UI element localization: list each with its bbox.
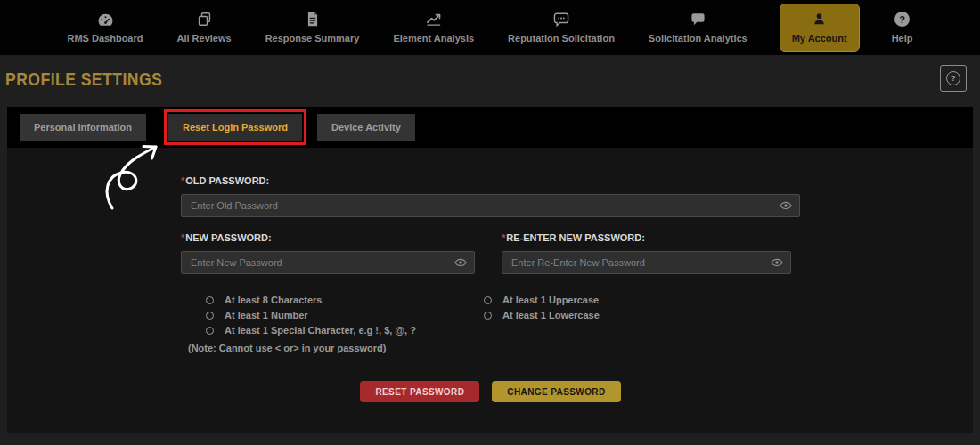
requirement-item: At least 1 Uppercase bbox=[484, 295, 600, 305]
annotation-arrow bbox=[100, 141, 176, 214]
new-password-label: *NEW PASSWORD: bbox=[181, 232, 475, 244]
copy-icon bbox=[197, 12, 212, 27]
help-icon: ? bbox=[894, 12, 910, 27]
chat-icon bbox=[690, 12, 706, 27]
old-password-label: *OLD PASSWORD: bbox=[181, 175, 800, 187]
nav-item-all-reviews[interactable]: All Reviews bbox=[175, 4, 233, 51]
gauge-icon bbox=[97, 12, 114, 27]
line-chart-icon bbox=[426, 12, 442, 27]
change-password-button[interactable]: CHANGE PASSWORD bbox=[492, 381, 620, 402]
reenter-password-field-wrap bbox=[502, 251, 791, 274]
nav-label: My Account bbox=[792, 33, 847, 44]
top-navbar: RMS Dashboard All Reviews Response Summa… bbox=[0, 0, 980, 55]
eye-icon[interactable] bbox=[454, 258, 467, 267]
new-password-column: *NEW PASSWORD: bbox=[181, 232, 475, 274]
chat-dots-icon bbox=[553, 12, 569, 27]
nav-item-solicitation-analytics[interactable]: Solicitation Analytics bbox=[647, 4, 749, 51]
tab-device-activity[interactable]: Device Activity bbox=[317, 114, 415, 141]
annotation-highlight-box: Reset Login Password bbox=[164, 109, 306, 145]
new-password-field-wrap bbox=[181, 251, 475, 274]
nav-label: Reputation Solicitation bbox=[508, 33, 615, 44]
profile-settings-panel: Personal Information Reset Login Passwor… bbox=[7, 107, 973, 433]
requirement-item: At least 1 Special Character, e.g !, $, … bbox=[206, 325, 484, 336]
unchecked-circle-icon bbox=[484, 296, 492, 304]
nav-label: Response Summary bbox=[265, 33, 360, 44]
requirement-item: At least 1 Number bbox=[206, 310, 484, 320]
required-marker: * bbox=[502, 232, 505, 243]
user-icon bbox=[813, 12, 826, 27]
reenter-password-input[interactable] bbox=[502, 251, 791, 274]
eye-icon[interactable] bbox=[771, 258, 783, 267]
page-help-button[interactable]: ? bbox=[940, 65, 967, 92]
unchecked-circle-icon bbox=[484, 312, 492, 320]
nav-label: RMS Dashboard bbox=[68, 33, 143, 44]
nav-label: Solicitation Analytics bbox=[649, 33, 747, 44]
nav-label: Help bbox=[892, 33, 913, 44]
nav-item-reputation-solicitation[interactable]: Reputation Solicitation bbox=[506, 4, 617, 51]
reset-password-form: *OLD PASSWORD: *NEW PASSWORD: bbox=[181, 169, 800, 402]
old-password-field-wrap bbox=[181, 194, 800, 217]
nav-item-element-analysis[interactable]: Element Analysis bbox=[391, 4, 476, 51]
nav-label: All Reviews bbox=[176, 33, 231, 44]
tab-reset-login-password[interactable]: Reset Login Password bbox=[168, 114, 302, 141]
reset-password-button[interactable]: RESET PASSWORD bbox=[360, 381, 479, 402]
reenter-password-label: *RE-ENTER NEW PASSWORD: bbox=[502, 232, 791, 244]
unchecked-circle-icon bbox=[206, 327, 214, 335]
eye-icon[interactable] bbox=[780, 201, 792, 210]
nav-item-rms-dashboard[interactable]: RMS Dashboard bbox=[66, 4, 145, 51]
tab-personal-information[interactable]: Personal Information bbox=[20, 114, 146, 141]
unchecked-circle-icon bbox=[206, 312, 214, 320]
tab-bar: Personal Information Reset Login Passwor… bbox=[7, 107, 973, 148]
old-password-input[interactable] bbox=[181, 194, 800, 217]
nav-label: Element Analysis bbox=[393, 33, 474, 44]
required-marker: * bbox=[181, 232, 184, 243]
nav-item-help[interactable]: ? Help bbox=[890, 4, 915, 51]
unchecked-circle-icon bbox=[206, 296, 214, 304]
new-password-input[interactable] bbox=[181, 251, 475, 274]
nav-item-response-summary[interactable]: Response Summary bbox=[264, 4, 362, 51]
question-icon: ? bbox=[946, 71, 960, 85]
document-icon bbox=[306, 12, 319, 27]
reenter-password-column: *RE-ENTER NEW PASSWORD: bbox=[502, 232, 791, 274]
password-note: (Note: Cannot use < or> in your password… bbox=[188, 343, 800, 353]
page-title: PROFILE SETTINGS bbox=[5, 69, 162, 90]
nav-item-my-account[interactable]: My Account bbox=[780, 4, 860, 52]
required-marker: * bbox=[181, 175, 184, 186]
requirement-item: At least 8 Characters bbox=[206, 295, 484, 305]
requirement-item: At least 1 Lowercase bbox=[484, 310, 600, 320]
form-actions: RESET PASSWORD CHANGE PASSWORD bbox=[181, 381, 800, 402]
password-requirements: At least 8 Characters At least 1 Number … bbox=[181, 295, 800, 340]
